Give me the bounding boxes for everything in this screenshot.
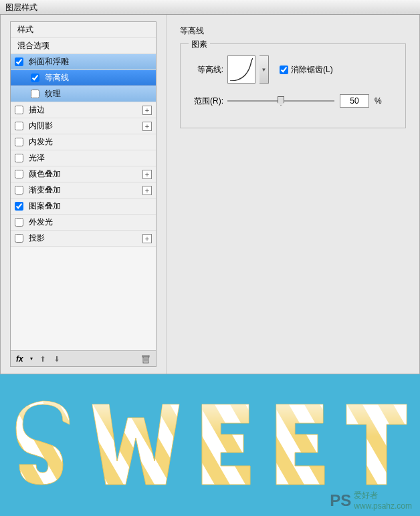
fx-chevron-icon[interactable]: ▾	[30, 356, 33, 362]
add-icon[interactable]: +	[142, 122, 152, 131]
contour-row: 等高线: ▼ 消除锯齿(L)	[189, 55, 397, 84]
arrow-up-icon[interactable]: 🠩	[39, 355, 47, 363]
window-title-bar[interactable]: 图层样式	[0, 0, 420, 15]
percent-label: %	[375, 96, 382, 106]
trash-icon[interactable]	[141, 354, 150, 364]
style-bevel-checkbox[interactable]	[15, 57, 23, 66]
style-drop-shadow[interactable]: 投影 +	[11, 231, 156, 247]
range-slider[interactable]	[227, 100, 334, 102]
style-inner-glow[interactable]: 内发光	[11, 134, 156, 150]
add-icon[interactable]: +	[142, 186, 152, 195]
preview-canvas: PS 爱好者 www.psahz.com	[0, 374, 420, 516]
range-input[interactable]	[340, 94, 369, 108]
antialias-checkbox[interactable]	[280, 66, 288, 74]
style-satin[interactable]: 光泽	[11, 150, 156, 166]
fieldset-label: 图素	[189, 39, 210, 50]
blending-options-label: 混合选项	[17, 40, 152, 51]
elements-fieldset: 图素 等高线: ▼ 消除锯齿(L) 范围(R):	[180, 43, 406, 128]
styles-header-label: 样式	[17, 24, 152, 35]
range-row: 范围(R): %	[189, 94, 397, 108]
watermark-ps: PS	[330, 491, 351, 510]
styles-list: 样式 混合选项 斜面和浮雕 等高线 纹理 描边 +	[10, 21, 156, 367]
layer-style-dialog: 样式 混合选项 斜面和浮雕 等高线 纹理 描边 +	[0, 15, 420, 374]
range-label: 范围(R):	[189, 96, 223, 107]
styles-spacer	[11, 247, 156, 350]
add-icon[interactable]: +	[142, 106, 152, 115]
style-contour[interactable]: 等高线	[11, 70, 156, 86]
styles-header[interactable]: 样式	[11, 22, 156, 38]
contour-label: 等高线:	[189, 64, 223, 76]
window-title: 图层样式	[5, 3, 37, 12]
style-outer-glow-checkbox[interactable]	[15, 218, 23, 227]
blending-options-row[interactable]: 混合选项	[11, 38, 156, 54]
antialias-label: 消除锯齿(L)	[291, 64, 333, 76]
style-texture-checkbox[interactable]	[31, 90, 39, 98]
style-stroke[interactable]: 描边 +	[11, 102, 156, 118]
add-icon[interactable]: +	[142, 234, 152, 243]
style-color-overlay-checkbox[interactable]	[15, 170, 23, 178]
styles-panel: 样式 混合选项 斜面和浮雕 等高线 纹理 描边 +	[1, 15, 167, 374]
style-color-overlay[interactable]: 颜色叠加 +	[11, 166, 156, 182]
sweet-text	[7, 394, 413, 495]
style-inner-shadow[interactable]: 内阴影 +	[11, 118, 156, 134]
contour-preview[interactable]	[227, 55, 255, 84]
style-bevel-emboss[interactable]: 斜面和浮雕	[11, 54, 156, 70]
style-stroke-checkbox[interactable]	[15, 106, 23, 114]
letter-w	[86, 398, 185, 491]
letter-t	[340, 398, 413, 491]
contour-settings-panel: 等高线 图素 等高线: ▼ 消除锯齿(L)	[167, 15, 419, 374]
letter-e1	[192, 398, 259, 491]
styles-footer: fx ▾ 🠩 🠫	[11, 350, 156, 366]
arrow-down-icon[interactable]: 🠫	[54, 355, 61, 363]
contour-dropdown-icon[interactable]: ▼	[259, 55, 269, 84]
watermark-url: www.psahz.com	[354, 501, 412, 511]
watermark: PS 爱好者 www.psahz.com	[330, 490, 412, 511]
style-drop-shadow-checkbox[interactable]	[15, 234, 23, 243]
section-title: 等高线	[180, 25, 406, 37]
style-inner-glow-checkbox[interactable]	[15, 138, 23, 146]
style-inner-shadow-checkbox[interactable]	[15, 122, 23, 130]
letter-e2	[266, 398, 333, 491]
watermark-name: 爱好者	[354, 491, 378, 500]
style-gradient-overlay-checkbox[interactable]	[15, 186, 23, 195]
style-pattern-overlay[interactable]: 图案叠加	[11, 199, 156, 215]
style-pattern-overlay-checkbox[interactable]	[15, 202, 23, 211]
style-texture[interactable]: 纹理	[11, 86, 156, 102]
slider-thumb[interactable]	[278, 96, 284, 106]
style-contour-checkbox[interactable]	[31, 74, 39, 82]
style-gradient-overlay[interactable]: 渐变叠加 +	[11, 182, 156, 199]
svg-rect-1	[142, 356, 149, 357]
style-satin-checkbox[interactable]	[15, 154, 23, 162]
fx-icon[interactable]: fx	[16, 354, 23, 364]
add-icon[interactable]: +	[142, 170, 152, 179]
letter-s	[7, 398, 79, 491]
style-outer-glow[interactable]: 外发光	[11, 215, 156, 231]
